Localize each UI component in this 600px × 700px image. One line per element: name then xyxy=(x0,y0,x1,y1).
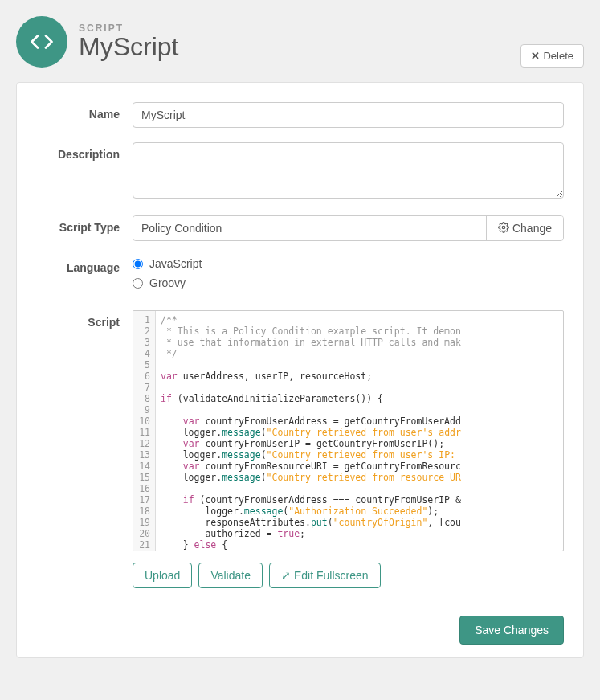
name-input[interactable] xyxy=(133,102,564,128)
script-icon xyxy=(16,16,67,68)
edit-fullscreen-button[interactable]: ⤢Edit Fullscreen xyxy=(269,563,381,588)
fullscreen-label: Edit Fullscreen xyxy=(294,569,369,582)
validate-button[interactable]: Validate xyxy=(198,563,263,588)
language-radio-javascript-input[interactable] xyxy=(133,259,143,269)
delete-button[interactable]: ✕Delete xyxy=(520,44,584,68)
language-radio-javascript[interactable]: JavaScript xyxy=(133,257,564,270)
gear-icon xyxy=(498,222,509,235)
save-changes-button[interactable]: Save Changes xyxy=(459,616,564,645)
script-type-value xyxy=(133,216,486,240)
language-radio-groovy[interactable]: Groovy xyxy=(133,276,564,289)
language-option-1: Groovy xyxy=(149,276,186,289)
delete-x-icon: ✕ xyxy=(531,50,540,62)
language-radio-group: JavaScript Groovy xyxy=(133,256,564,289)
name-label: Name xyxy=(36,102,133,121)
form-card: Name Description Script Type xyxy=(16,82,584,658)
delete-label: Delete xyxy=(543,50,573,62)
expand-icon: ⤢ xyxy=(281,569,291,582)
language-label: Language xyxy=(36,256,133,274)
description-label: Description xyxy=(36,142,133,161)
upload-button[interactable]: Upload xyxy=(133,563,192,588)
language-radio-groovy-input[interactable] xyxy=(133,278,143,289)
script-type-label: Script Type xyxy=(36,215,133,234)
script-label: Script xyxy=(36,310,133,329)
page-header: SCRIPT MyScript ✕Delete xyxy=(16,16,584,68)
code-editor[interactable]: 123456789101112131415161718192021 /** * … xyxy=(133,310,564,551)
svg-point-0 xyxy=(502,226,505,229)
change-button[interactable]: Change xyxy=(486,216,563,240)
language-option-0: JavaScript xyxy=(149,257,202,270)
page-title: MyScript xyxy=(79,32,584,62)
change-label: Change xyxy=(512,222,552,235)
code-body[interactable]: /** * This is a Policy Condition example… xyxy=(156,311,466,551)
description-textarea[interactable] xyxy=(133,142,564,199)
code-gutter: 123456789101112131415161718192021 xyxy=(133,311,156,551)
